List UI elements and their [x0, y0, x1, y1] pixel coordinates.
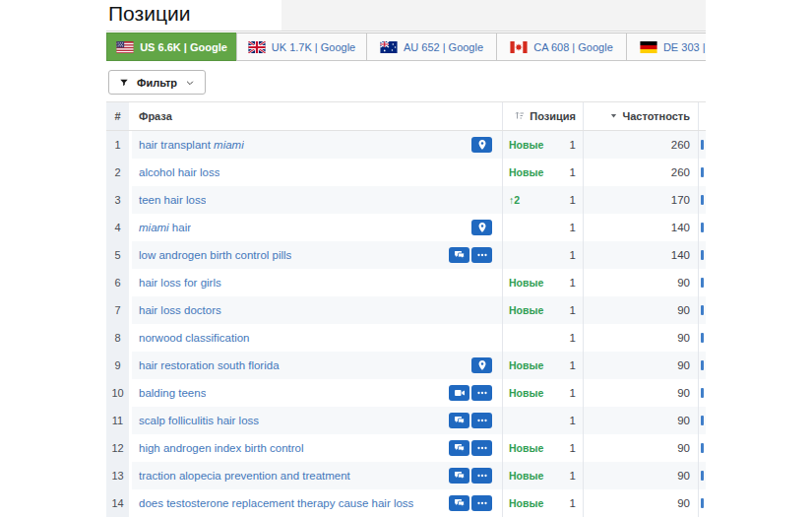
frequency-cell: 170 — [583, 186, 699, 214]
chat-bubbles-icon[interactable] — [449, 495, 469, 511]
phrase-link[interactable]: hair transplant miami — [139, 139, 244, 151]
position-value: 1 — [570, 194, 576, 206]
phrase-cell: scalp folliculitis hair loss — [132, 407, 502, 434]
positions-screen: Позиции US 6.6K | GoogleUK 1.7K | Google… — [0, 0, 812, 517]
frequency-value: 140 — [671, 249, 690, 261]
phrase-cell: hair loss doctors — [132, 296, 502, 324]
position-change: Новые — [509, 497, 543, 509]
phrase-badges — [466, 137, 502, 153]
phrase-cell: teen hair loss — [132, 186, 502, 214]
phrase-cell: traction alopecia prevention and treatme… — [132, 462, 502, 489]
frequency-value: 90 — [677, 332, 690, 344]
position-value: 1 — [570, 359, 576, 371]
phrase-link[interactable]: hair loss doctors — [139, 304, 221, 316]
video-icon[interactable] — [449, 385, 469, 401]
location-pin-icon[interactable] — [471, 220, 492, 235]
row-number: 3 — [106, 186, 132, 214]
phrase-link[interactable]: scalp folliculitis hair loss — [139, 415, 259, 426]
position-value: 1 — [570, 304, 576, 316]
phrase-cell: balding teens — [132, 379, 502, 407]
phrase-link[interactable]: teen hair loss — [139, 194, 206, 206]
location-pin-icon[interactable] — [471, 137, 492, 153]
column-header-num[interactable]: # — [106, 102, 132, 130]
cut-off-content — [699, 352, 706, 379]
position-value: 1 — [570, 332, 576, 344]
tab-uk[interactable]: UK 1.7K | Google — [236, 32, 367, 61]
tab-label: AU 652 | Google — [404, 41, 483, 53]
tab-au[interactable]: AU 652 | Google — [366, 32, 497, 61]
row-number: 13 — [106, 462, 132, 489]
filter-button[interactable]: Фильтр — [108, 70, 206, 95]
phrase-link[interactable]: norwood classification — [139, 332, 250, 344]
cut-off-content — [699, 159, 706, 186]
phrase-link[interactable]: alcohol hair loss — [139, 166, 219, 178]
de-flag-icon — [640, 41, 657, 53]
position-change: Новые — [509, 277, 543, 289]
phrase-link[interactable]: low androgen birth control pills — [139, 249, 291, 261]
phrase-link[interactable]: miami hair — [139, 222, 191, 233]
column-header-frequency-label: Частотность — [622, 110, 690, 122]
cut-off-content — [699, 489, 706, 517]
table-row: 10balding teensНовые190 — [106, 379, 706, 407]
phrase-cell: high androgen index birth control — [132, 434, 502, 462]
position-value: 1 — [570, 139, 576, 151]
chat-bubbles-icon[interactable] — [449, 468, 469, 484]
table-row: 13traction alopecia prevention and treat… — [106, 462, 706, 489]
column-header-frequency[interactable]: Частотность — [583, 102, 699, 130]
row-number: 4 — [106, 214, 132, 241]
ellipsis-icon[interactable] — [471, 385, 492, 401]
column-header-position[interactable]: Позиция — [502, 102, 583, 130]
tab-de[interactable]: DE 303 | Google — [626, 32, 706, 61]
location-pin-icon[interactable] — [471, 357, 492, 373]
phrase-link[interactable]: traction alopecia prevention and treatme… — [139, 470, 350, 482]
row-number: 11 — [106, 407, 132, 434]
phrase-link[interactable]: hair loss for girls — [139, 277, 221, 289]
ellipsis-icon[interactable] — [471, 247, 492, 263]
tab-ca[interactable]: CA 608 | Google — [496, 32, 627, 61]
table-header-row: # Фраза Позиция Частотность — [106, 101, 706, 131]
cut-off-content — [699, 241, 706, 269]
chat-bubbles-icon[interactable] — [449, 247, 469, 263]
frequency-value: 90 — [677, 470, 690, 482]
phrase-link[interactable]: does testosterone replacement therapy ca… — [139, 497, 413, 509]
column-header-phrase[interactable]: Фраза — [132, 102, 502, 130]
frequency-value: 90 — [677, 359, 690, 371]
row-number: 12 — [106, 434, 132, 462]
frequency-value: 260 — [671, 139, 690, 151]
position-cell: 1 — [502, 324, 583, 352]
row-number: 7 — [106, 296, 132, 324]
phrase-link[interactable]: high androgen index birth control — [139, 442, 304, 454]
tab-label: DE 303 | Google — [663, 41, 706, 53]
phrase-link[interactable]: hair restoration south florida — [139, 359, 280, 371]
position-value: 1 — [570, 415, 576, 426]
table-row: 1hair transplant miamiНовые1260 — [106, 131, 706, 159]
table-row: 11scalp folliculitis hair loss190 — [106, 407, 706, 434]
position-change: Новые — [509, 470, 543, 482]
table-row: 3teen hair loss↑21170 — [106, 186, 706, 214]
ellipsis-icon[interactable] — [471, 495, 492, 511]
ellipsis-icon[interactable] — [471, 413, 492, 428]
cut-off-content — [699, 324, 706, 352]
phrase-badges — [443, 247, 502, 263]
table-row: 9hair restoration south floridaНовые190 — [106, 352, 706, 379]
frequency-cell: 90 — [583, 269, 699, 296]
ellipsis-icon[interactable] — [471, 468, 492, 484]
frequency-cell: 90 — [583, 296, 699, 324]
chat-bubbles-icon[interactable] — [449, 440, 469, 456]
phrase-badges — [466, 220, 502, 235]
frequency-cell: 140 — [583, 241, 699, 269]
position-value: 1 — [570, 442, 576, 454]
chat-bubbles-icon[interactable] — [449, 413, 469, 428]
phrase-link[interactable]: balding teens — [139, 387, 206, 399]
ellipsis-icon[interactable] — [471, 440, 492, 456]
tab-us[interactable]: US 6.6K | Google — [106, 32, 237, 61]
row-number: 8 — [106, 324, 132, 352]
row-number: 1 — [106, 131, 132, 159]
row-number: 14 — [106, 489, 132, 517]
row-number: 5 — [106, 241, 132, 269]
phrase-cell: hair transplant miami — [132, 131, 502, 159]
frequency-cell: 90 — [583, 489, 699, 517]
frequency-value: 90 — [677, 387, 690, 399]
position-value: 1 — [570, 249, 576, 261]
frequency-value: 90 — [677, 497, 690, 509]
